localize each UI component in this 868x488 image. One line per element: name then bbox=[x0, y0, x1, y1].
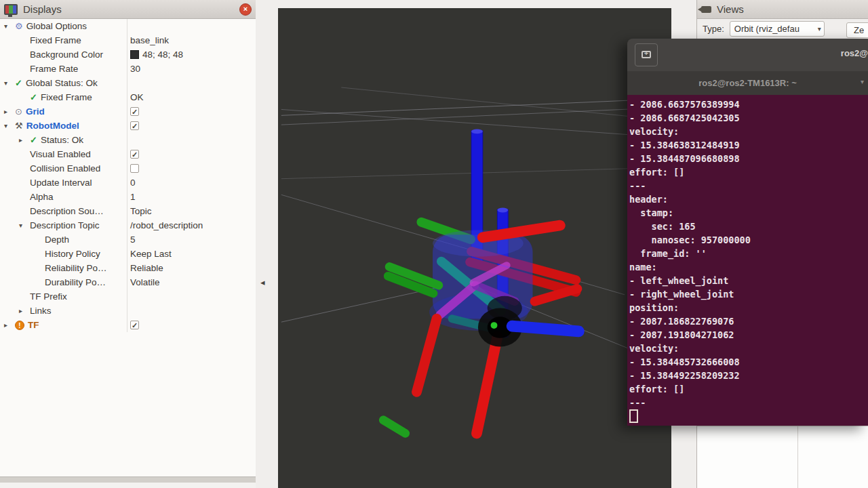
display-row-value-cell[interactable]: 0 bbox=[127, 178, 256, 188]
display-row-name-cell[interactable]: Frame Rate bbox=[0, 62, 127, 76]
display-row-name-cell[interactable]: History Policy bbox=[0, 247, 127, 261]
display-row-value-cell[interactable]: 1 bbox=[127, 192, 256, 202]
terminal-titlebar[interactable]: + ros2@ bbox=[627, 39, 868, 72]
3d-viewport[interactable] bbox=[278, 8, 671, 488]
viewport-canvas[interactable] bbox=[278, 8, 671, 488]
display-row[interactable]: Links bbox=[0, 304, 256, 318]
terminal-tab-title[interactable]: ros2@ros2-TM1613R: ~ bbox=[698, 78, 797, 88]
display-row-name-cell[interactable]: TF Prefix bbox=[0, 289, 127, 304]
display-row-value-cell[interactable]: /robot_description bbox=[127, 220, 256, 230]
tab-list-chevron-icon[interactable]: ▾ bbox=[861, 78, 864, 85]
display-row-name-cell[interactable]: Description Topic bbox=[0, 218, 127, 232]
display-row-name-cell[interactable]: Description Sou… bbox=[0, 204, 127, 218]
display-row-value-cell[interactable] bbox=[127, 164, 256, 173]
expand-arrow-icon[interactable] bbox=[19, 307, 30, 314]
display-row-name-cell[interactable]: Status: Ok bbox=[0, 133, 127, 147]
display-row[interactable]: Depth 5 bbox=[0, 232, 256, 247]
display-row-value[interactable]: 48; 48; 48 bbox=[142, 49, 183, 60]
display-row-name-cell[interactable]: Global Status: Ok bbox=[0, 76, 127, 90]
display-row[interactable]: TF Prefix bbox=[0, 289, 256, 304]
display-row[interactable]: Status: Ok bbox=[0, 133, 256, 147]
display-row[interactable]: Description Topic /robot_description bbox=[0, 218, 256, 232]
display-row-value[interactable]: 30 bbox=[130, 64, 140, 74]
display-row-value-cell[interactable] bbox=[127, 121, 256, 130]
display-row-name-cell[interactable]: Durability Po… bbox=[0, 275, 127, 289]
display-row-value[interactable]: Keep Last bbox=[130, 249, 172, 259]
expand-arrow-icon[interactable] bbox=[4, 321, 15, 329]
terminal-content[interactable]: - 2086.6637576389994 - 2086.668742504230… bbox=[627, 95, 868, 426]
display-row-value-cell[interactable]: Topic bbox=[127, 206, 256, 216]
display-row-name-cell[interactable]: Grid bbox=[0, 104, 127, 119]
expand-arrow-icon[interactable] bbox=[4, 79, 15, 87]
display-row[interactable]: Alpha 1 bbox=[0, 190, 256, 204]
views-panel-titlebar[interactable]: Views bbox=[697, 0, 868, 19]
displays-panel-titlebar[interactable]: Displays × bbox=[0, 0, 256, 19]
display-row[interactable]: Global Options bbox=[0, 19, 256, 33]
row-checkbox[interactable] bbox=[130, 107, 139, 116]
display-row-value-cell[interactable] bbox=[127, 107, 256, 116]
display-row-name-cell[interactable]: Alpha bbox=[0, 190, 127, 204]
display-row[interactable]: TF bbox=[0, 318, 256, 332]
terminal-window[interactable]: + ros2@ ros2@ros2-TM1613R: ~ ▾ - 2086.66… bbox=[627, 39, 868, 426]
display-row-name-cell[interactable]: Collision Enabled bbox=[0, 161, 127, 176]
display-row-name-cell[interactable]: Global Options bbox=[0, 19, 127, 33]
display-row-value-cell[interactable] bbox=[127, 321, 256, 329]
display-row-value-cell[interactable]: 5 bbox=[127, 235, 256, 245]
zero-button[interactable]: Ze bbox=[846, 22, 868, 38]
display-row-value-cell[interactable]: base_link bbox=[127, 35, 256, 45]
display-row[interactable]: Description Sou… Topic bbox=[0, 204, 256, 218]
display-row[interactable]: Background Color 48; 48; 48 bbox=[0, 47, 256, 62]
close-icon[interactable]: × bbox=[239, 3, 252, 16]
expand-arrow-icon[interactable] bbox=[4, 108, 15, 115]
display-row[interactable]: Reliability Po… Reliable bbox=[0, 261, 256, 275]
terminal-tab-bar[interactable]: ros2@ros2-TM1613R: ~ ▾ bbox=[627, 71, 868, 95]
panel-collapse-arrow-icon[interactable]: ◂ bbox=[260, 277, 265, 287]
display-row[interactable]: Collision Enabled bbox=[0, 161, 256, 176]
display-row-name-cell[interactable]: TF bbox=[0, 318, 127, 332]
display-row[interactable]: RobotModel bbox=[0, 119, 256, 133]
display-row[interactable]: Frame Rate 30 bbox=[0, 62, 256, 76]
display-row[interactable]: Global Status: Ok bbox=[0, 76, 256, 90]
display-row-value-cell[interactable]: OK bbox=[127, 92, 256, 102]
display-row-value[interactable]: 5 bbox=[130, 235, 136, 245]
display-row-name-cell[interactable]: Reliability Po… bbox=[0, 261, 127, 275]
display-row-name-cell[interactable]: Fixed Frame bbox=[0, 33, 127, 47]
display-row-value[interactable]: /robot_description bbox=[130, 220, 203, 230]
display-row[interactable]: Update Interval 0 bbox=[0, 176, 256, 190]
row-checkbox[interactable] bbox=[130, 150, 139, 159]
display-row[interactable]: History Policy Keep Last bbox=[0, 247, 256, 261]
display-row-value[interactable]: base_link bbox=[130, 35, 169, 45]
display-row-value-cell[interactable]: Reliable bbox=[127, 263, 256, 273]
display-row[interactable]: Fixed Frame OK bbox=[0, 90, 256, 104]
views-list[interactable] bbox=[697, 426, 868, 488]
display-row[interactable]: Fixed Frame base_link bbox=[0, 33, 256, 47]
display-row[interactable]: Visual Enabled bbox=[0, 147, 256, 161]
row-checkbox[interactable] bbox=[130, 321, 139, 329]
display-row-value-cell[interactable]: Volatile bbox=[127, 277, 256, 287]
display-row-name-cell[interactable]: Visual Enabled bbox=[0, 147, 127, 161]
display-row-value-cell[interactable]: Keep Last bbox=[127, 249, 256, 259]
display-row[interactable]: Grid bbox=[0, 104, 256, 119]
display-row-name-cell[interactable]: Depth bbox=[0, 232, 127, 247]
display-row-value-cell[interactable]: 30 bbox=[127, 64, 256, 74]
expand-arrow-icon[interactable] bbox=[4, 22, 15, 30]
display-row-name-cell[interactable]: RobotModel bbox=[0, 119, 127, 133]
display-row-name-cell[interactable]: Fixed Frame bbox=[0, 90, 127, 104]
display-row-name-cell[interactable]: Links bbox=[0, 304, 127, 318]
display-row-name-cell[interactable]: Background Color bbox=[0, 47, 127, 62]
display-row-value[interactable]: 1 bbox=[130, 192, 136, 202]
display-row-value-cell[interactable] bbox=[127, 150, 256, 159]
display-row-value[interactable]: 0 bbox=[130, 178, 136, 188]
display-row[interactable]: Durability Po… Volatile bbox=[0, 275, 256, 289]
expand-arrow-icon[interactable] bbox=[19, 136, 30, 144]
display-row-value-cell[interactable]: 48; 48; 48 bbox=[127, 49, 256, 60]
new-tab-button[interactable]: + bbox=[635, 43, 658, 66]
display-row-value[interactable]: OK bbox=[130, 92, 144, 102]
view-type-dropdown[interactable]: Orbit (rviz_defau ▾ bbox=[730, 21, 825, 37]
display-row-name-cell[interactable]: Update Interval bbox=[0, 176, 127, 190]
expand-arrow-icon[interactable] bbox=[4, 122, 15, 129]
expand-arrow-icon[interactable] bbox=[19, 222, 30, 229]
row-checkbox[interactable] bbox=[130, 164, 139, 173]
row-checkbox[interactable] bbox=[130, 121, 139, 130]
display-row-value[interactable]: Reliable bbox=[130, 263, 163, 273]
